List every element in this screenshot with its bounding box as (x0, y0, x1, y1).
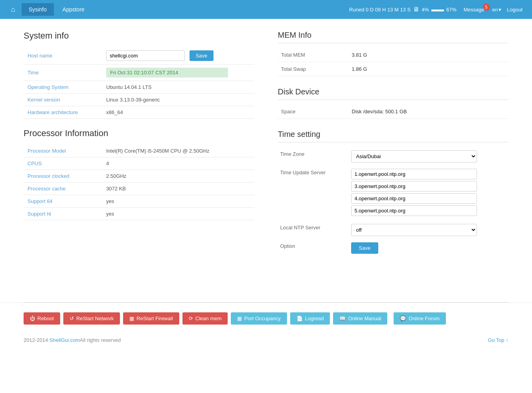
cache-value: 3072 KB (102, 183, 254, 195)
clean-mem-icon: ⟳ (189, 316, 193, 321)
copyright-year: 2012-2014 (24, 337, 50, 343)
ntp-input-2[interactable] (351, 181, 477, 192)
support64-label: Support 64 (24, 195, 102, 208)
logread-label: Logread (305, 316, 324, 321)
hostname-value: Save (102, 47, 254, 65)
rights-text: All rights reserved (80, 337, 121, 343)
hw-row: Hardware architecture x86_64 (24, 106, 254, 119)
option-row: Option Save (278, 239, 509, 257)
total-swap-label: Total Swap (278, 62, 349, 76)
hw-label: Hardware architecture (24, 106, 102, 119)
page-footer: 2012-2014 ShellGui.comAll rights reserve… (0, 329, 532, 351)
ntp-input-1[interactable] (351, 169, 477, 179)
logout-button[interactable]: Logout (504, 7, 526, 13)
total-mem-value: 3.81 G (349, 48, 509, 62)
kernel-row: Kernel version Linux 3.13.0-39-generic (24, 94, 254, 106)
total-swap-value: 1.86 G (349, 62, 509, 76)
time-setting-title: Time setting (278, 130, 509, 142)
message-btn[interactable]: Message5 (464, 7, 490, 13)
supportht-row: Support ht yes (24, 208, 254, 220)
tab-appstore[interactable]: Appstore (55, 3, 92, 16)
logread-icon: 📄 (296, 316, 303, 321)
option-label: Option (278, 239, 349, 257)
local-ntp-cell: off on (349, 221, 509, 239)
right-panel: MEM Info Total MEM 3.81 G Total Swap 1.8… (278, 31, 509, 290)
mem-info-section: MEM Info Total MEM 3.81 G Total Swap 1.8… (278, 31, 509, 76)
go-top-button[interactable]: Go Top ↑ (488, 337, 508, 343)
lang-label: en (492, 7, 498, 13)
cache-label: Processor cache (24, 183, 102, 195)
clocked-label: Processor clocked (24, 170, 102, 183)
online-manual-icon: 📖 (339, 316, 346, 321)
system-info-title: System info (24, 31, 254, 41)
go-top-icon: ↑ (506, 337, 509, 343)
restart-firewall-button[interactable]: ▦ ReStart Firewall (123, 312, 179, 325)
reboot-button[interactable]: ⏻ Reboot (24, 312, 60, 325)
home-icon[interactable]: ⌂ (6, 6, 20, 14)
local-ntp-label: Local NTP Server (278, 221, 349, 239)
cache-row: Processor cache 3072 KB (24, 183, 254, 195)
os-label: Operating System (24, 81, 102, 94)
footer-buttons: ⏻ Reboot ↺ ReStart Network ▦ ReStart Fir… (0, 303, 532, 329)
copyright-text: 2012-2014 ShellGui.comAll rights reserve… (24, 337, 121, 343)
option-cell: Save (349, 239, 509, 257)
lang-dropdown[interactable]: en ▾ (492, 7, 501, 13)
online-manual-label: Online Manual (348, 316, 381, 321)
restart-network-icon: ↺ (70, 316, 74, 321)
time-setting-save-button[interactable]: Save (351, 242, 379, 254)
cpus-row: CPUS 4 (24, 157, 254, 170)
space-label: Space (278, 105, 349, 119)
local-ntp-select[interactable]: off on (351, 224, 477, 236)
ntp-input-3[interactable] (351, 193, 477, 204)
processor-info-table: Processor Model Intel(R) Core(TM) i5-245… (24, 145, 254, 220)
os-row: Operating System Ubuntu 14.04.1 LTS (24, 81, 254, 94)
online-forum-icon: 💬 (400, 316, 406, 321)
chevron-down-icon: ▾ (499, 7, 501, 13)
disk-table: Space Disk /dev/sda: 500.1 GB (278, 105, 509, 119)
support64-value: yes (102, 195, 254, 208)
timezone-row: Time Zone Asia/Dubai UTC Asia/Shanghai E… (278, 147, 509, 166)
proc-model-row: Processor Model Intel(R) Core(TM) i5-245… (24, 145, 254, 157)
navbar: ⌂ Sysinfo Appstore Runed 0 D 09 H 13 M 1… (0, 0, 532, 19)
space-value: Disk /dev/sda: 500.1 GB (349, 105, 509, 119)
time-label: Time (24, 65, 102, 81)
tab-sysinfo[interactable]: Sysinfo (22, 3, 54, 16)
ntp-server-label: Time Update Server (278, 166, 349, 221)
total-mem-label: Total MEM (278, 48, 349, 62)
disk-device-section: Disk Device Space Disk /dev/sda: 500.1 G… (278, 87, 509, 119)
time-value: Fri Oct 31 02:10:07 CST 2014 (106, 68, 228, 77)
supportht-value: yes (102, 208, 254, 220)
mem-icon: ▬▬ (431, 6, 444, 13)
hw-value: x86_64 (102, 106, 254, 119)
online-manual-button[interactable]: 📖 Online Manual (333, 312, 387, 325)
hostname-input[interactable] (106, 50, 185, 61)
brand-link[interactable]: ShellGui.com (50, 337, 80, 343)
timezone-select[interactable]: Asia/Dubai UTC Asia/Shanghai Europe/Lond… (351, 150, 477, 162)
clean-mem-button[interactable]: ⟳ Clean mem (182, 312, 228, 325)
port-occupancy-icon: ▦ (237, 316, 242, 321)
port-occupancy-label: Port Occupancy (244, 316, 281, 321)
processor-info-title: Processor Information (24, 128, 254, 138)
cpus-label: CPUS (24, 157, 102, 170)
runtime-text: Runed 0 D 09 H 13 M 13 S (349, 7, 411, 13)
message-label: Message (464, 7, 484, 13)
system-info-table: Host name Save Time Fri Oct 31 02:10:07 … (24, 47, 254, 119)
clocked-row: Processor clocked 2.50GHz (24, 170, 254, 183)
message-badge: 5 (483, 4, 490, 11)
timezone-label: Time Zone (278, 147, 349, 166)
cpu-usage: 4% (422, 7, 429, 13)
logread-button[interactable]: 📄 Logread (290, 312, 330, 325)
restart-network-button[interactable]: ↺ ReStart Network (63, 312, 120, 325)
proc-model-label: Processor Model (24, 145, 102, 157)
online-forum-button[interactable]: 💬 Online Forum (394, 312, 446, 325)
kernel-value: Linux 3.13.0-39-generic (102, 94, 254, 106)
cpu-icon: 🖥 (413, 6, 419, 13)
os-value: Ubuntu 14.04.1 LTS (102, 81, 254, 94)
timezone-cell: Asia/Dubai UTC Asia/Shanghai Europe/Lond… (349, 147, 509, 166)
mem-info-title: MEM Info (278, 31, 509, 43)
hostname-save-button[interactable]: Save (190, 50, 214, 61)
left-panel: System info Host name Save Time Fri Oct … (24, 31, 254, 290)
ntp-input-4[interactable] (351, 205, 477, 216)
total-swap-row: Total Swap 1.86 G (278, 62, 509, 76)
port-occupancy-button[interactable]: ▦ Port Occupancy (231, 312, 287, 325)
